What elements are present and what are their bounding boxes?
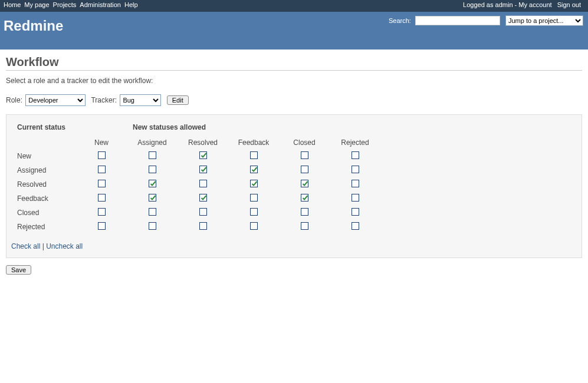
status-checkbox[interactable] xyxy=(149,166,156,173)
tracker-select[interactable]: Bug xyxy=(120,94,161,106)
status-checkbox[interactable] xyxy=(352,166,359,173)
role-label: Role: xyxy=(6,96,22,104)
status-checkbox[interactable] xyxy=(250,166,258,173)
status-checkbox[interactable] xyxy=(199,166,207,173)
status-name-new: New xyxy=(11,149,76,163)
selectors: Role: Developer Tracker: Bug Edit xyxy=(6,94,582,106)
my-account-link[interactable]: My account xyxy=(518,1,551,8)
status-checkbox[interactable] xyxy=(149,180,156,187)
quick-search: Search: Jump to a project... xyxy=(389,15,583,26)
current-status-header: Current status xyxy=(11,121,127,136)
status-name-closed: Closed xyxy=(11,206,76,220)
status-checkbox[interactable] xyxy=(301,194,308,202)
status-checkbox[interactable] xyxy=(98,151,106,159)
column-header-assigned: Assigned xyxy=(127,136,178,149)
status-name-feedback: Feedback xyxy=(11,192,76,206)
status-checkbox[interactable] xyxy=(352,222,359,230)
header: Search: Jump to a project... Redmine xyxy=(0,12,588,49)
status-checkbox[interactable] xyxy=(301,151,308,159)
new-statuses-header: New statuses allowed xyxy=(127,121,380,136)
column-header-feedback: Feedback xyxy=(228,136,279,149)
status-checkbox[interactable] xyxy=(301,208,308,216)
status-checkbox[interactable] xyxy=(98,194,106,202)
search-label: Search: xyxy=(389,17,411,24)
top-menu-home[interactable]: Home xyxy=(4,1,21,8)
logged-as: Logged as admin xyxy=(463,1,513,8)
table-row: New xyxy=(11,149,380,163)
table-row: Feedback xyxy=(11,192,380,206)
status-checkbox[interactable] xyxy=(352,194,359,202)
column-header-resolved: Resolved xyxy=(178,136,228,149)
status-checkbox[interactable] xyxy=(149,208,156,216)
top-menu-help[interactable]: Help xyxy=(124,1,138,8)
status-checkbox[interactable] xyxy=(98,222,106,230)
status-checkbox[interactable] xyxy=(250,180,258,187)
status-checkbox[interactable] xyxy=(352,180,359,187)
status-checkbox[interactable] xyxy=(250,194,258,202)
search-input[interactable] xyxy=(415,16,500,25)
status-checkbox[interactable] xyxy=(98,208,106,216)
sign-out-link[interactable]: Sign out xyxy=(557,1,581,8)
column-header-rejected: Rejected xyxy=(330,136,380,149)
status-checkbox[interactable] xyxy=(149,222,156,230)
top-menu-my-page[interactable]: My page xyxy=(24,1,49,8)
status-checkbox[interactable] xyxy=(301,166,308,173)
intro-text: Select a role and a tracker to edit the … xyxy=(6,77,582,85)
status-checkbox[interactable] xyxy=(98,166,106,173)
status-name-assigned: Assigned xyxy=(11,163,76,177)
check-all-link[interactable]: Check all xyxy=(11,242,40,250)
column-header-new: New xyxy=(76,136,127,149)
uncheck-all-link[interactable]: Uncheck all xyxy=(46,242,83,250)
workflow-table: Current statusNew statuses allowedNewAss… xyxy=(11,121,380,234)
status-checkbox[interactable] xyxy=(98,180,106,187)
status-checkbox[interactable] xyxy=(199,194,207,202)
role-select[interactable]: Developer xyxy=(25,94,86,106)
page-title: Workflow xyxy=(6,55,582,71)
status-checkbox[interactable] xyxy=(199,222,207,230)
status-checkbox[interactable] xyxy=(149,151,156,159)
project-jump-select[interactable]: Jump to a project... xyxy=(505,15,583,26)
save-button[interactable]: Save xyxy=(6,265,31,275)
status-checkbox[interactable] xyxy=(199,208,207,216)
table-row: Rejected xyxy=(11,220,380,234)
table-row: Resolved xyxy=(11,177,380,192)
status-checkbox[interactable] xyxy=(301,180,308,187)
tracker-label: Tracker: xyxy=(91,96,117,104)
table-row: Assigned xyxy=(11,163,380,177)
status-checkbox[interactable] xyxy=(301,222,308,230)
status-checkbox[interactable] xyxy=(250,222,258,230)
workflow-box: Current statusNew statuses allowedNewAss… xyxy=(6,114,582,258)
status-checkbox[interactable] xyxy=(199,180,207,187)
edit-button[interactable]: Edit xyxy=(167,95,189,105)
status-checkbox[interactable] xyxy=(149,194,156,202)
status-name-rejected: Rejected xyxy=(11,220,76,234)
status-checkbox[interactable] xyxy=(199,151,207,159)
status-checkbox[interactable] xyxy=(352,208,359,216)
status-checkbox[interactable] xyxy=(250,151,258,159)
top-menu-projects[interactable]: Projects xyxy=(53,1,77,8)
main: Workflow Select a role and a tracker to … xyxy=(0,49,588,286)
status-checkbox[interactable] xyxy=(250,208,258,216)
status-checkbox[interactable] xyxy=(352,151,359,159)
top-menu: HomeMy pageProjectsAdministrationHelp Lo… xyxy=(0,0,588,12)
table-row: Closed xyxy=(11,206,380,220)
top-menu-administration[interactable]: Administration xyxy=(80,1,121,8)
column-header-closed: Closed xyxy=(279,136,330,149)
status-name-resolved: Resolved xyxy=(11,177,76,192)
